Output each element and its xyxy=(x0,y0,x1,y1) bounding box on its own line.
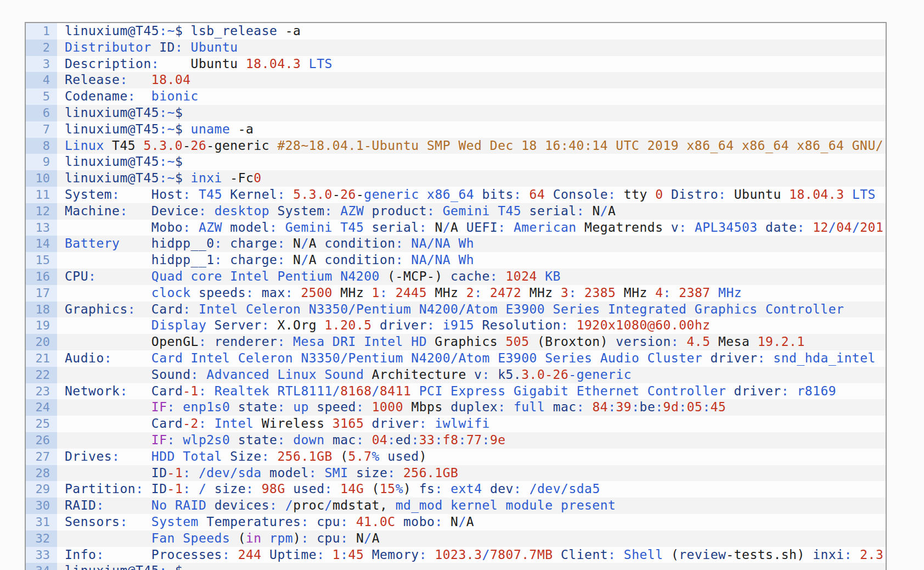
line-content: System: Host: T45 Kernel: 5.3.0-26-gener… xyxy=(57,187,886,203)
token: : xyxy=(246,286,262,300)
code-line: 17 clock speeds: max: 2500 MHz 1: 2445 M… xyxy=(26,285,886,301)
token: 04 xyxy=(372,433,388,447)
token: : xyxy=(561,318,577,332)
token: 5.3.0 xyxy=(143,138,183,153)
token: : xyxy=(435,515,450,529)
line-content: Description: Ubuntu 18.04.3 LTS xyxy=(57,56,886,72)
code-line: 8 Linux T45 5.3.0-26-generic #28~18.04.1… xyxy=(26,138,886,154)
token: used xyxy=(387,449,419,463)
token: , xyxy=(380,498,396,512)
token: -1 xyxy=(183,384,199,398)
token: 256.1GB xyxy=(403,466,458,480)
token: 26 xyxy=(340,187,356,202)
token: condition xyxy=(325,236,396,250)
token: UEFI xyxy=(466,220,498,234)
token: : xyxy=(277,334,293,349)
token: linuxium@T45 xyxy=(65,171,159,185)
line-number: 19 xyxy=(26,317,57,334)
token xyxy=(128,72,151,87)
token: : xyxy=(718,187,734,202)
token: : xyxy=(608,547,624,562)
token: -1 xyxy=(167,482,183,496)
token: linuxium@T45 xyxy=(65,122,159,136)
token: Wireless xyxy=(262,416,333,431)
token: : xyxy=(435,482,450,496)
token: : xyxy=(387,466,403,480)
token: : xyxy=(435,433,442,447)
token: : xyxy=(514,187,529,202)
token: Size xyxy=(230,449,261,463)
token: $ xyxy=(175,122,191,136)
token: : xyxy=(128,302,136,316)
code-line: 26 IF: wlp2s0 state: down mac: 04:ed:33:… xyxy=(26,432,886,449)
token: N xyxy=(435,220,442,234)
line-number: 33 xyxy=(26,547,57,563)
code-line: 15 hidpp__1: charge: N/A condition: NA/N… xyxy=(26,252,886,269)
token: System xyxy=(151,515,206,529)
token: #28~18.04.1-Ubuntu SMP Wed Dec 18 16:40:… xyxy=(277,138,883,153)
token: : xyxy=(96,498,104,512)
token: : xyxy=(167,433,183,447)
token: PCI Express Gigabit Ethernet Controller xyxy=(419,384,734,398)
token: / xyxy=(199,482,215,496)
token: : xyxy=(96,547,104,562)
token: ) xyxy=(293,531,301,545)
token: Intel Celeron N3350/Pentium N4200/Atom E… xyxy=(199,302,844,316)
token: : xyxy=(632,400,639,414)
line-content: linuxium@T45:~$ xyxy=(57,563,886,570)
token: 98G xyxy=(262,482,293,496)
token: : xyxy=(222,547,238,562)
token: fs xyxy=(419,482,435,496)
code-line: 19 Display Server: X.Org 1.20.5 driver: … xyxy=(26,317,886,334)
token: serial xyxy=(529,204,577,218)
code-line: 25 Card-2: Intel Wireless 3165 driver: i… xyxy=(26,416,886,432)
token: Codename xyxy=(65,89,128,103)
token: rpm xyxy=(269,531,293,545)
token: 505 xyxy=(505,334,537,349)
code-line: 4 Release: 18.04 xyxy=(26,72,886,88)
token: inxi xyxy=(813,547,844,562)
token: : xyxy=(191,367,207,382)
token: ( xyxy=(671,547,679,562)
token: : xyxy=(325,204,341,218)
line-number: 6 xyxy=(26,105,57,121)
line-content: CPU: Quad core Intel Pentium N4200 (-MCP… xyxy=(57,269,886,285)
token xyxy=(159,57,190,71)
code-line: 29 Partition: ID-1: / size: 98G used: 14… xyxy=(26,481,886,498)
token: bits xyxy=(482,187,514,202)
token: :~ xyxy=(159,122,175,136)
token: Mesa DRI Intel HD xyxy=(293,334,435,349)
code-viewer[interactable]: 1 linuxium@T45:~$ lsb_release -a 2 Distr… xyxy=(25,22,887,570)
line-number: 34 xyxy=(26,563,57,570)
code-line: 23 Network: Card-1: Realtek RTL8111/8168… xyxy=(26,383,886,400)
token: : xyxy=(568,286,584,300)
token: 2.3 xyxy=(860,547,883,562)
token: driver xyxy=(380,318,427,332)
code-line: 22 Sound: Advanced Linux Sound Architect… xyxy=(26,367,886,383)
token: 244 xyxy=(238,547,269,562)
token: devices xyxy=(215,498,269,512)
token: A xyxy=(608,204,616,218)
token: clock xyxy=(151,286,199,300)
token: Ubuntu xyxy=(191,40,238,54)
token: ID xyxy=(159,40,175,54)
token: r8169 xyxy=(797,384,836,398)
token: ) xyxy=(419,449,427,463)
token: speed xyxy=(317,400,356,414)
token: MHz xyxy=(435,286,466,300)
token xyxy=(65,400,151,414)
token: 5.7 xyxy=(348,449,372,463)
token: / xyxy=(482,547,490,562)
token: / xyxy=(600,204,608,218)
line-number: 25 xyxy=(26,416,57,432)
token: 4.5 xyxy=(687,334,718,349)
token: hidpp__0 xyxy=(151,236,215,250)
line-content: Linux T45 5.3.0-26-generic #28~18.04.1-U… xyxy=(57,138,886,154)
token: : xyxy=(277,236,293,250)
token: Uptime xyxy=(269,547,317,562)
token: 1.20.5 xyxy=(325,318,380,332)
line-number: 17 xyxy=(26,285,57,301)
code-line: 34 linuxium@T45:~$ xyxy=(26,563,886,570)
token: -generic xyxy=(568,367,632,382)
line-content: ID-1: /dev/sda model: SMI size: 256.1GB xyxy=(57,465,886,482)
